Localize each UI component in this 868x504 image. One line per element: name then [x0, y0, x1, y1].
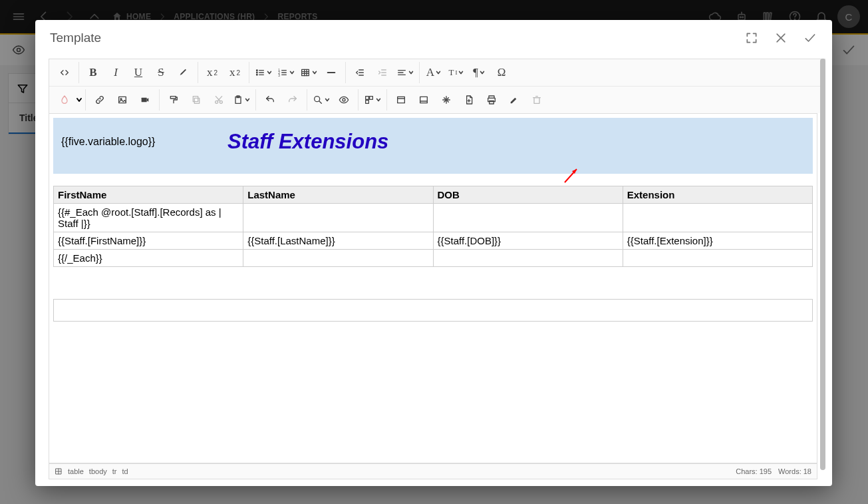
table-cell[interactable] — [433, 204, 623, 232]
svg-point-19 — [257, 75, 258, 76]
link-icon[interactable] — [88, 89, 111, 111]
svg-point-57 — [315, 97, 320, 102]
modal-header: Template — [35, 20, 832, 56]
underline-button[interactable]: U — [127, 62, 150, 83]
paragraph-icon[interactable]: ¶ — [468, 62, 490, 83]
fullscreen-icon[interactable] — [744, 31, 759, 45]
svg-rect-49 — [194, 98, 199, 103]
modal-title: Template — [50, 31, 744, 45]
format-paint-icon[interactable] — [162, 89, 185, 111]
ink-drop-icon[interactable] — [53, 89, 76, 111]
insert-page-icon[interactable] — [458, 89, 480, 111]
path-segment[interactable]: table — [68, 467, 84, 475]
svg-rect-29 — [302, 69, 309, 75]
table-cell[interactable] — [623, 250, 812, 267]
chevron-down-icon[interactable] — [76, 97, 82, 103]
char-count: Chars: 195 — [736, 467, 772, 475]
table-cell[interactable] — [243, 250, 433, 267]
font-size-icon[interactable]: TI — [445, 62, 468, 83]
element-path[interactable]: table tbody tr td — [55, 467, 128, 475]
table-cell[interactable] — [243, 204, 433, 232]
svg-rect-50 — [193, 97, 198, 102]
template-modal: Template B I U S x2 — [35, 20, 832, 486]
zoom-icon[interactable] — [310, 89, 333, 111]
bold-button[interactable]: B — [82, 62, 104, 83]
svg-point-59 — [343, 99, 345, 101]
editor-canvas[interactable]: {{five.variable.logo}} Staff Extensions … — [49, 113, 817, 463]
svg-rect-44 — [119, 97, 126, 103]
copy-icon — [185, 89, 208, 111]
path-segment[interactable]: tbody — [89, 467, 107, 475]
elements-icon — [55, 467, 63, 475]
strikethrough-button[interactable]: S — [150, 62, 172, 83]
font-color-icon[interactable]: A — [422, 62, 445, 83]
confirm-icon[interactable] — [803, 31, 817, 45]
table-cell[interactable] — [623, 204, 812, 232]
table-header-row: FirstName LastName DOB Extension — [54, 186, 813, 204]
edit-icon[interactable] — [503, 89, 525, 111]
special-char-icon[interactable]: Ω — [490, 62, 513, 83]
table-cell[interactable]: {{Staff.[DOB]}} — [433, 232, 623, 250]
table-cell[interactable]: {{Staff.[FirstName]}} — [54, 232, 243, 250]
template-table[interactable]: FirstName LastName DOB Extension {{#_Eac… — [53, 186, 813, 267]
report-banner: {{five.variable.logo}} Staff Extensions — [53, 118, 813, 174]
table-cell[interactable]: {{Staff.[Extension]}} — [623, 232, 812, 250]
horizontal-rule-icon[interactable] — [320, 62, 343, 83]
word-count: Words: 18 — [778, 467, 811, 475]
svg-rect-61 — [370, 97, 373, 100]
blocks-icon[interactable] — [361, 89, 384, 111]
close-icon[interactable] — [774, 31, 788, 45]
path-segment[interactable]: tr — [112, 467, 117, 475]
editor-toolbar: B I U S x2 x2 123 — [49, 59, 825, 113]
source-code-icon[interactable] — [53, 62, 76, 83]
table-header[interactable]: LastName — [243, 186, 433, 204]
unordered-list-icon[interactable] — [252, 62, 275, 83]
report-title[interactable]: Staff Extensions — [227, 130, 388, 154]
svg-point-18 — [257, 72, 258, 73]
video-icon[interactable] — [134, 89, 156, 111]
outdent-icon[interactable] — [349, 62, 371, 83]
image-icon[interactable] — [111, 89, 134, 111]
svg-text:3: 3 — [278, 74, 280, 77]
table-header[interactable]: DOB — [433, 186, 623, 204]
svg-rect-46 — [142, 98, 147, 103]
table-cell[interactable]: {{/_Each}} — [54, 250, 243, 267]
print-icon[interactable] — [480, 89, 503, 111]
preview-icon[interactable] — [333, 89, 355, 111]
paste-icon[interactable] — [230, 89, 253, 111]
scrollbar[interactable] — [820, 59, 825, 470]
ordered-list-icon[interactable]: 123 — [275, 62, 297, 83]
scrollbar-thumb[interactable] — [820, 59, 825, 470]
svg-point-17 — [257, 70, 258, 71]
table-cell[interactable]: {{#_Each @root.[Staff].[Records] as | St… — [54, 204, 243, 232]
path-segment[interactable]: td — [122, 467, 128, 475]
highlight-icon[interactable] — [172, 62, 195, 83]
redo-icon — [281, 89, 304, 111]
svg-rect-65 — [420, 97, 428, 103]
insert-footer-icon[interactable] — [412, 89, 435, 111]
logo-variable-text[interactable]: {{five.variable.logo}} — [61, 130, 201, 153]
superscript-button[interactable]: x2 — [201, 62, 223, 83]
svg-rect-62 — [366, 101, 369, 104]
insert-variable-icon[interactable] — [435, 89, 458, 111]
table-header[interactable]: FirstName — [54, 186, 243, 204]
empty-content-box[interactable] — [53, 299, 813, 322]
delete-icon — [525, 89, 548, 111]
undo-icon[interactable] — [259, 89, 281, 111]
indent-icon — [371, 62, 394, 83]
table-icon[interactable] — [297, 62, 320, 83]
table-row: {{/_Each}} — [54, 250, 813, 267]
align-icon[interactable] — [394, 62, 416, 83]
svg-rect-63 — [398, 97, 405, 103]
table-cell[interactable]: {{Staff.[LastName]}} — [243, 232, 433, 250]
editor: B I U S x2 x2 123 — [49, 59, 825, 479]
italic-button[interactable]: I — [104, 62, 127, 83]
table-header[interactable]: Extension — [623, 186, 812, 204]
subscript-button[interactable]: x2 — [223, 62, 246, 83]
svg-rect-60 — [366, 97, 369, 100]
cut-icon — [208, 89, 230, 111]
table-row: {{#_Each @root.[Staff].[Records] as | St… — [54, 204, 813, 232]
table-cell[interactable] — [433, 250, 623, 267]
insert-header-icon[interactable] — [390, 89, 412, 111]
editor-status-bar: table tbody tr td Chars: 195 Words: 18 — [49, 463, 817, 479]
